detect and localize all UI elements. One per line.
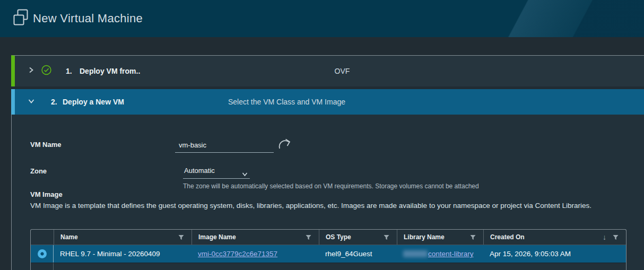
column-header-os-type[interactable]: OS Type — [319, 230, 397, 245]
step-description: Select the VM Class and VM Image — [228, 98, 345, 106]
chevron-down-icon[interactable] — [28, 97, 35, 107]
redo-arrow-icon[interactable] — [276, 137, 293, 153]
new-virtual-machine-dialog: New Virtual Machine 1. Deploy VM from.. … — [0, 0, 644, 270]
wizard-step-1[interactable]: 1. Deploy VM from.. OVF — [11, 55, 644, 86]
zone-select[interactable]: Automatic — [183, 165, 250, 179]
radio-selected[interactable] — [38, 249, 47, 258]
zone-label: Zone — [30, 167, 47, 175]
cell-created-on: Apr 15, 2026, 9:05:03 AM — [483, 245, 626, 263]
redacted-text — [403, 250, 428, 257]
wizard-step-2[interactable]: 2. Deploy a New VM Select the VM Class a… — [11, 89, 644, 115]
column-header-image-name[interactable]: Image Name — [192, 230, 319, 245]
cell-name: RHEL 9.7 - Minimal - 20260409 — [54, 245, 192, 263]
step-description: OVF — [228, 67, 456, 75]
filter-funnel-icon[interactable] — [613, 234, 619, 240]
step-2-panel: VM Name Zone Automatic The zone will be … — [11, 115, 644, 270]
step-title: Deploy a New VM — [63, 98, 124, 106]
row-radio-cell — [31, 263, 54, 270]
vm-name-label: VM Name — [30, 141, 62, 149]
filter-funnel-icon[interactable] — [306, 234, 311, 240]
row-radio-cell — [31, 245, 54, 263]
table-row-selected[interactable]: RHEL 9.7 - Minimal - 20260409 vmi-0cc377… — [31, 245, 626, 263]
radio-column-header — [31, 230, 54, 245]
step-title: Deploy VM from.. — [80, 67, 140, 75]
chevron-right-icon[interactable] — [28, 66, 34, 76]
vm-name-field — [175, 139, 274, 153]
vm-image-description: VM Image is a template that defines the … — [30, 200, 617, 212]
cell-library-name: content-library — [397, 245, 483, 263]
column-label[interactable]: OS Type — [319, 233, 351, 241]
column-header-name[interactable]: Name — [54, 230, 192, 245]
vm-image-name-text: RHEL 9.7 - Minimal - 20260409 — [54, 250, 160, 258]
created-on-text: Apr 15, 2026, 9:05:03 AM — [483, 250, 571, 258]
vm-image-label: VM Image — [30, 190, 63, 198]
cell-os-type: rhel9_64Guest — [319, 245, 397, 263]
step-number: 1. — [66, 67, 72, 75]
column-label[interactable]: Library Name — [397, 233, 445, 241]
table-header-row: Name Image Name OS Type — [31, 230, 626, 245]
check-circle-icon — [41, 65, 52, 78]
column-label[interactable]: Created On — [484, 233, 525, 241]
vm-icon — [13, 8, 29, 29]
step-number: 2. — [51, 98, 57, 106]
vm-image-table: Name Image Name OS Type — [30, 229, 626, 270]
library-name-link[interactable]: content-library — [428, 250, 474, 258]
column-header-library-name[interactable]: Library Name — [397, 230, 483, 245]
os-type-text: rhel9_64Guest — [319, 250, 372, 258]
column-label[interactable]: Image Name — [192, 233, 236, 241]
vm-name-input[interactable] — [175, 139, 274, 152]
zone-selected-value: Automatic — [184, 167, 215, 175]
dialog-titlebar: New Virtual Machine — [0, 0, 644, 37]
sort-descending-icon[interactable]: ↓ — [603, 233, 606, 241]
table-row-partial[interactable] — [31, 263, 626, 270]
column-header-created-on[interactable]: Created On ↓ — [483, 230, 626, 245]
column-label[interactable]: Name — [54, 233, 78, 241]
filter-funnel-icon[interactable] — [470, 234, 476, 240]
filter-funnel-icon[interactable] — [178, 234, 184, 240]
chevron-down-icon — [242, 169, 248, 179]
zone-helper-text: The zone will be automatically selected … — [183, 182, 479, 190]
dialog-title: New Virtual Machine — [33, 0, 143, 37]
filter-funnel-icon[interactable] — [384, 234, 389, 240]
cell-image-name: vmi-0cc3779c2c6e71357 — [192, 245, 319, 263]
image-name-link[interactable]: vmi-0cc3779c2c6e71357 — [198, 250, 277, 258]
